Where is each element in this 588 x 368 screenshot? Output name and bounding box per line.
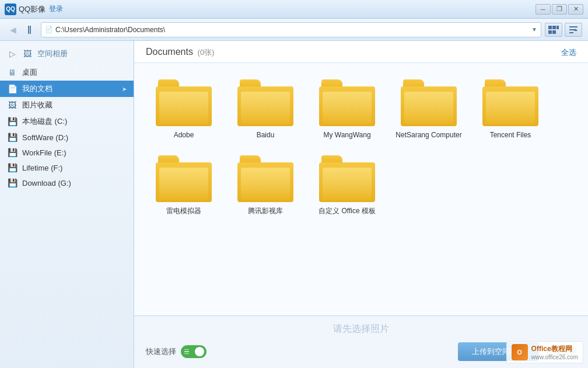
content-header: Documents (0张) 全选 (134, 41, 588, 63)
title-bar: QQ QQ影像 登录 ─ ❐ ✕ (0, 0, 588, 19)
cdrive-icon: 💾 (7, 117, 18, 126)
sidebar-section-header: ▷ 🖼 空间相册 (0, 46, 134, 62)
svg-rect-9 (569, 32, 573, 33)
folder-name-adobe: Adobe (174, 131, 194, 140)
desktop-icon: 🖥 (7, 68, 18, 77)
sidebar-item-label: Lifetime (F:) (22, 164, 127, 172)
bottom-message: 请先选择照片 (146, 323, 576, 335)
svg-rect-6 (552, 30, 556, 34)
sidebar-item-mydocs[interactable]: 📄 我的文档 ➤ (0, 81, 134, 97)
minimize-button[interactable]: ─ (536, 4, 551, 15)
toolbar: ◀ 📄 C:\Users\Administrator\Documents\ ▼ (0, 19, 588, 41)
office-icon: O (512, 344, 528, 360)
view-toggle-button[interactable] (545, 23, 562, 37)
folder-icon (156, 79, 212, 126)
title-bar-left: QQ QQ影像 登录 (5, 4, 63, 15)
gdrive-icon: 💾 (7, 178, 18, 188)
folder-item-mywangwang[interactable]: My WangWang (309, 75, 385, 145)
toolbar-right (545, 23, 582, 37)
quick-select-label: 快速选择 (146, 346, 176, 357)
app-title: QQ影像 (19, 4, 46, 15)
folder-name-leidiannizhan: 雷电模拟器 (166, 207, 201, 216)
sidebar-item-label: SoftWare (D:) (22, 133, 127, 142)
folder-name-baidu: Baidu (257, 131, 275, 140)
toggle-thumb (195, 347, 204, 356)
folder-item-baidu[interactable]: Baidu (228, 75, 303, 145)
folder-icon (237, 155, 293, 202)
qq-logo-icon: QQ (5, 4, 16, 15)
sidebar-item-ddrive[interactable]: 💾 SoftWare (D:) (0, 130, 134, 145)
folder-name-officetemplate: 自定义 Office 模板 (318, 207, 376, 216)
folder-item-adobe[interactable]: Adobe (146, 75, 222, 145)
office-url: www.office26.com (531, 354, 578, 360)
folder-item-officetemplate[interactable]: 自定义 Office 模板 (309, 151, 385, 221)
folder-name-netsarang: NetSarang Computer (396, 131, 461, 140)
folder-icon (237, 79, 293, 126)
address-dropdown-icon[interactable]: ▼ (531, 26, 537, 33)
svg-rect-7 (569, 26, 578, 27)
content-title: Documents (0张) (146, 47, 214, 58)
quick-select: 快速选择 (146, 345, 206, 358)
main-layout: ▷ 🖼 空间相册 🖥 桌面 📄 我的文档 ➤ 🖼 图片收藏 💾 本地磁盘 (C:… (0, 41, 588, 368)
sidebar-section-label: 空间相册 (37, 48, 68, 59)
address-bar[interactable]: 📄 C:\Users\Administrator\Documents\ ▼ (41, 22, 541, 37)
svg-rect-0 (28, 26, 29, 34)
pictures-icon: 🖼 (7, 100, 18, 110)
window-controls: ─ ❐ ✕ (536, 4, 583, 15)
back-button[interactable]: ◀ (6, 23, 20, 37)
folder-count: (0张) (198, 48, 215, 57)
sidebar-item-gdrive[interactable]: 💾 Download (G:) (0, 175, 134, 190)
svg-rect-3 (552, 26, 556, 29)
sidebar-item-cdrive[interactable]: 💾 本地磁盘 (C:) (0, 113, 134, 130)
app-logo: QQ QQ影像 (5, 4, 46, 15)
office-name: Office教程网 (531, 344, 578, 354)
sidebar-item-edrive[interactable]: 💾 WorkFile (E:) (0, 145, 134, 160)
sidebar-item-fdrive[interactable]: 💾 Lifetime (F:) (0, 160, 134, 175)
mydocs-icon: 📄 (7, 84, 18, 93)
folder-item-tencentvideo[interactable]: 腾讯影视库 (228, 151, 303, 221)
svg-rect-4 (556, 26, 559, 29)
address-icon: 📄 (45, 26, 53, 33)
expand-icon: ▷ (7, 49, 18, 58)
svg-rect-5 (548, 30, 552, 34)
active-arrow-icon: ➤ (122, 86, 127, 92)
sidebar: ▷ 🖼 空间相册 🖥 桌面 📄 我的文档 ➤ 🖼 图片收藏 💾 本地磁盘 (C:… (0, 41, 134, 368)
folder-item-tencentfiles[interactable]: Tencent Files (473, 75, 548, 145)
restore-button[interactable]: ❐ (552, 4, 567, 15)
address-text: C:\Users\Administrator\Documents\ (55, 26, 529, 34)
ddrive-icon: 💾 (7, 133, 18, 142)
folder-item-leidiannizhan[interactable]: 雷电模拟器 (146, 151, 222, 221)
sidebar-item-desktop[interactable]: 🖥 桌面 (0, 64, 134, 81)
forward-button[interactable] (23, 23, 37, 37)
folder-icon (319, 155, 375, 202)
folder-icon (156, 155, 212, 202)
svg-rect-8 (569, 29, 575, 30)
folder-name-tencentvideo: 腾讯影视库 (248, 207, 283, 216)
sidebar-section-album: ▷ 🖼 空间相册 (0, 46, 134, 62)
folder-name-tencentfiles: Tencent Files (490, 131, 531, 140)
folder-icon (401, 79, 457, 126)
edrive-icon: 💾 (7, 148, 18, 157)
folder-item-netsarang[interactable]: NetSarang Computer (391, 75, 467, 145)
album-icon: 🖼 (22, 49, 33, 58)
office-watermark: O Office教程网 www.office26.com (506, 341, 583, 363)
sidebar-item-label: 我的文档 (22, 84, 117, 94)
sidebar-item-label: Download (G:) (22, 179, 127, 188)
sort-button[interactable] (565, 23, 582, 37)
select-all-button[interactable]: 全选 (561, 47, 576, 58)
sidebar-item-label: 图片收藏 (22, 100, 127, 110)
sidebar-item-label: 桌面 (22, 67, 127, 78)
quick-select-toggle[interactable] (181, 345, 206, 358)
office-text: Office教程网 www.office26.com (531, 344, 578, 360)
svg-rect-1 (30, 26, 31, 34)
folder-icon (482, 79, 538, 126)
close-button[interactable]: ✕ (568, 4, 583, 15)
sidebar-item-label: WorkFile (E:) (22, 148, 127, 157)
folder-name-mywangwang: My WangWang (323, 131, 370, 140)
content-area: Documents (0张) 全选 Adobe Bai (134, 41, 588, 368)
sidebar-item-label: 本地磁盘 (C:) (22, 116, 127, 127)
login-button[interactable]: 登录 (49, 4, 63, 14)
toggle-lines (184, 349, 189, 355)
folder-name: Documents (146, 47, 193, 57)
sidebar-item-pictures[interactable]: 🖼 图片收藏 (0, 97, 134, 113)
